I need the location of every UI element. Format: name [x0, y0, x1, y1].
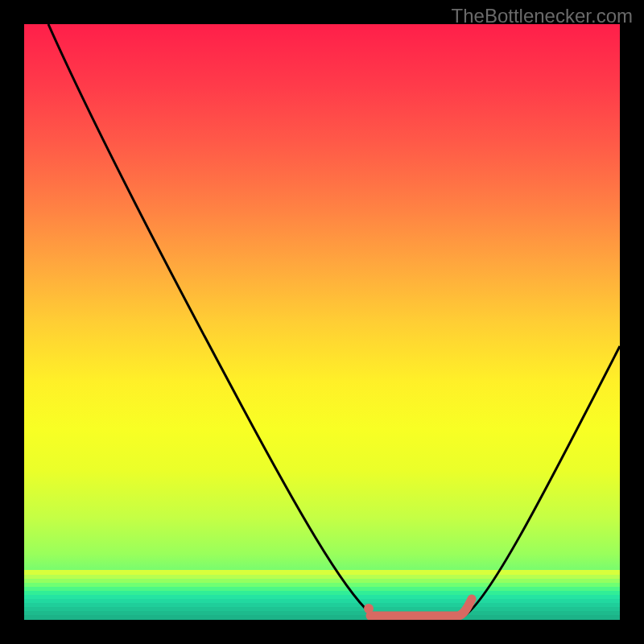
marker-flat-bar	[370, 599, 472, 616]
watermark-text: TheBottlenecker.com	[452, 5, 633, 27]
plot-area	[24, 24, 620, 620]
curve-svg	[24, 24, 620, 620]
bottleneck-curve	[48, 24, 620, 617]
